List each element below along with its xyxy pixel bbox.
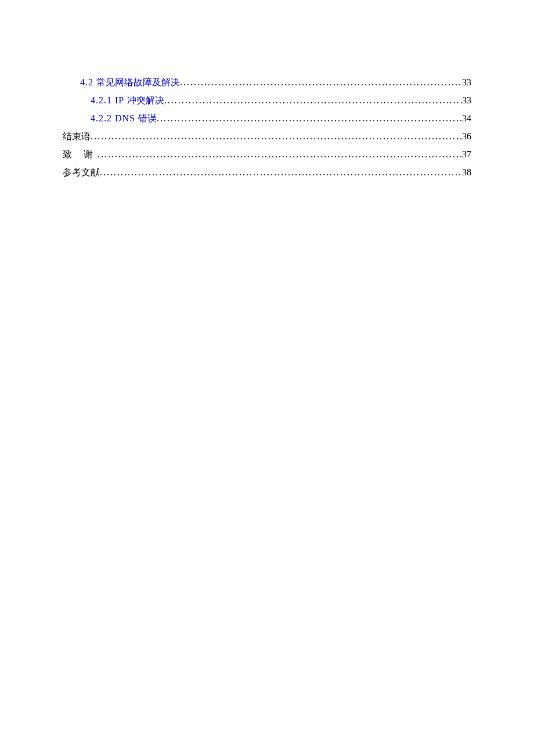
toc-leader-dots <box>157 109 462 127</box>
toc-entry-number: 4.2 <box>80 77 96 87</box>
toc-leader-dots <box>180 73 462 91</box>
toc-entry-label[interactable]: 4.2 常见网络故障及解决 <box>80 73 180 91</box>
toc-entry-label[interactable]: 参考文献 <box>63 163 100 181</box>
toc-entry-number: 4.2.1 <box>91 95 115 105</box>
toc-entry-label[interactable]: 结束语 <box>63 127 91 145</box>
toc-page-number: 34 <box>462 109 471 127</box>
toc-entry-label[interactable]: 4.2.2 DNS 错误 <box>91 109 157 127</box>
toc-entry: 4.2 常见网络故障及解决 33 <box>63 73 471 91</box>
toc-entry-latin: IP <box>115 95 127 105</box>
toc-entry: 4.2.2 DNS 错误 34 <box>63 109 471 127</box>
toc-leader-dots <box>98 145 462 163</box>
toc-page-number: 38 <box>462 163 471 181</box>
toc-leader-dots <box>164 91 462 109</box>
toc-leader-dots <box>100 163 462 181</box>
toc-entry-number: 4.2.2 <box>91 113 115 123</box>
toc-entry-text: 冲突解决 <box>127 95 164 105</box>
toc-page-number: 37 <box>462 145 471 163</box>
toc-entry-latin: DNS <box>115 113 138 123</box>
toc-entry-text: 常见网络故障及解决 <box>96 77 180 87</box>
toc-container: 4.2 常见网络故障及解决 33 4.2.1 IP 冲突解决 33 4.2.2 … <box>63 73 471 181</box>
toc-page-number: 33 <box>462 73 471 91</box>
toc-entry-text: 错误 <box>138 113 157 123</box>
toc-entry: 参考文献 38 <box>63 163 471 181</box>
toc-page-number: 33 <box>462 91 471 109</box>
toc-entry: 致 谢 37 <box>63 145 471 163</box>
toc-leader-dots <box>91 127 462 145</box>
toc-entry-label[interactable]: 4.2.1 IP 冲突解决 <box>91 91 164 109</box>
toc-entry: 4.2.1 IP 冲突解决 33 <box>63 91 471 109</box>
toc-entry-label[interactable]: 致 谢 <box>63 145 98 163</box>
toc-page-number: 36 <box>462 127 471 145</box>
toc-entry: 结束语 36 <box>63 127 471 145</box>
